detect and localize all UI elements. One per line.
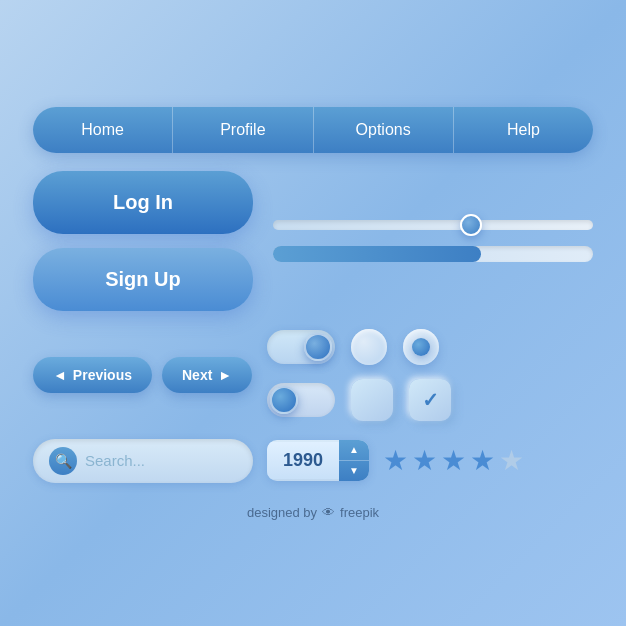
stepper-arrows: ▲ ▼ <box>339 440 369 481</box>
controls-left: ◄ Previous Next ► <box>33 357 253 393</box>
star-4[interactable]: ★ <box>470 444 495 477</box>
toggle-knob-2 <box>270 386 298 414</box>
rounded-square-button[interactable] <box>351 379 393 421</box>
nav-item-help[interactable]: Help <box>454 107 593 153</box>
login-button[interactable]: Log In <box>33 171 253 234</box>
toggles-row-1 <box>267 329 593 365</box>
search-bar: 🔍 <box>33 439 253 483</box>
toggle-switch-1[interactable] <box>267 330 335 364</box>
search-input[interactable] <box>85 452 237 469</box>
next-button[interactable]: Next ► <box>162 357 252 393</box>
controls-right: ✓ <box>267 329 593 421</box>
toggles-row-2: ✓ <box>267 379 593 421</box>
checkmark-button[interactable]: ✓ <box>409 379 451 421</box>
star-2[interactable]: ★ <box>412 444 437 477</box>
freepik-icon: 👁 <box>322 505 335 520</box>
stepper-up-button[interactable]: ▲ <box>339 440 369 461</box>
star-5[interactable]: ★ <box>499 444 524 477</box>
bottom-row: 🔍 1990 ▲ ▼ ★ ★ ★ ★ ★ <box>33 439 593 483</box>
toggle-knob-1 <box>304 333 332 361</box>
next-arrow-icon: ► <box>218 367 232 383</box>
prev-arrow-icon: ◄ <box>53 367 67 383</box>
controls-row: ◄ Previous Next ► <box>33 329 593 421</box>
radio-circle-2[interactable] <box>403 329 439 365</box>
footer: designed by 👁 freepik <box>247 505 379 520</box>
nav-bar: Home Profile Options Help <box>33 107 593 153</box>
slider-1-thumb[interactable] <box>460 214 482 236</box>
range-slider-2[interactable] <box>273 246 593 262</box>
star-1[interactable]: ★ <box>383 444 408 477</box>
toggle-switch-2[interactable] <box>267 383 335 417</box>
next-label: Next <box>182 367 212 383</box>
main-container: Home Profile Options Help Log In Sign Up <box>33 107 593 520</box>
number-stepper: 1990 ▲ ▼ <box>267 440 369 481</box>
prev-button[interactable]: ◄ Previous <box>33 357 152 393</box>
star-rating: ★ ★ ★ ★ ★ <box>383 444 524 477</box>
pagination-controls: ◄ Previous Next ► <box>33 357 253 393</box>
signup-button[interactable]: Sign Up <box>33 248 253 311</box>
search-icon: 🔍 <box>55 453 72 469</box>
checkmark-icon: ✓ <box>422 388 439 412</box>
search-icon-wrap: 🔍 <box>49 447 77 475</box>
middle-row: Log In Sign Up <box>33 171 593 311</box>
nav-item-home[interactable]: Home <box>33 107 173 153</box>
stepper-value: 1990 <box>267 442 339 479</box>
footer-brand: freepik <box>340 505 379 520</box>
action-buttons: Log In Sign Up <box>33 171 253 311</box>
nav-item-profile[interactable]: Profile <box>173 107 313 153</box>
slider-1[interactable] <box>273 220 593 230</box>
star-3[interactable]: ★ <box>441 444 466 477</box>
radio-circle-1[interactable] <box>351 329 387 365</box>
range-slider-2-fill <box>273 246 481 262</box>
sliders-column <box>273 220 593 262</box>
nav-item-options[interactable]: Options <box>314 107 454 153</box>
footer-text: designed by <box>247 505 317 520</box>
prev-label: Previous <box>73 367 132 383</box>
stepper-down-button[interactable]: ▼ <box>339 461 369 481</box>
